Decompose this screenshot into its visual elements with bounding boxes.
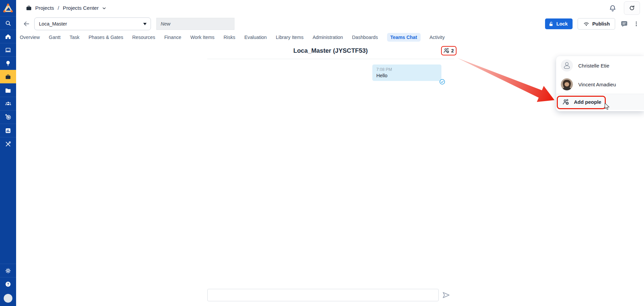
breadcrumb-page[interactable]: Projects Center — [63, 5, 99, 11]
lightbulb-icon — [5, 60, 11, 67]
sciforma-logo[interactable] — [0, 0, 16, 16]
sidebar-item-resources[interactable] — [0, 97, 16, 110]
gear-icon — [5, 267, 11, 274]
annotation-arrow — [450, 54, 564, 105]
tab-evaluation[interactable]: Evaluation — [244, 33, 267, 42]
participants-count: 2 — [451, 48, 454, 53]
sidebar-item-goals[interactable] — [0, 110, 16, 124]
send-plane-icon — [441, 291, 450, 300]
message-status — [439, 79, 445, 86]
project-selector[interactable]: Loca_Master — [34, 17, 151, 30]
delivered-check-icon — [439, 79, 445, 85]
chat-header-divider — [207, 59, 454, 59]
tab-overview[interactable]: Overview — [20, 33, 40, 42]
member-row-christelle[interactable]: Christelle Etie — [556, 56, 644, 75]
add-people-button[interactable]: Add people — [556, 94, 644, 110]
tab-gantt[interactable]: Gantt — [49, 33, 61, 42]
people-icon — [5, 100, 12, 107]
breadcrumb-section[interactable]: Projects — [35, 5, 54, 11]
sidebar: ? — [0, 0, 16, 306]
dropdown-caret-icon — [143, 23, 147, 25]
tab-work-items[interactable]: Work Items — [191, 33, 215, 42]
person-outline-icon — [561, 59, 573, 72]
sidebar-item-help[interactable]: ? — [0, 277, 16, 291]
publish-wifi-icon — [583, 20, 590, 27]
briefcase-icon — [5, 74, 11, 80]
back-arrow-icon — [23, 20, 30, 28]
sidebar-item-projects[interactable] — [0, 70, 16, 83]
project-tabs: Overview Gantt Task Phases & Gates Resou… — [16, 32, 644, 43]
sidebar-item-admin-tools[interactable] — [0, 137, 16, 150]
tab-activity[interactable]: Activity — [430, 33, 445, 42]
add-person-icon — [562, 98, 570, 106]
sidebar-item-settings[interactable] — [0, 264, 16, 277]
comment-icon — [620, 20, 628, 28]
logo-triangle-icon — [3, 3, 13, 13]
sidebar-item-reports[interactable] — [0, 124, 16, 137]
member-avatar-placeholder — [561, 59, 573, 72]
refresh-button[interactable] — [624, 1, 640, 15]
message-input[interactable] — [207, 289, 439, 301]
breadcrumb-separator: / — [57, 5, 60, 11]
tools-icon — [5, 141, 11, 147]
chevron-down-icon[interactable] — [102, 6, 107, 11]
publish-button-label: Publish — [592, 21, 610, 27]
tab-teams-chat[interactable]: Teams Chat — [387, 33, 421, 42]
chat-title: Loca_Master (JYSCTF53) — [207, 47, 454, 54]
tab-library-items[interactable]: Library Items — [276, 33, 304, 42]
sidebar-item-workspace[interactable] — [0, 43, 16, 56]
add-people-label: Add people — [574, 99, 601, 105]
bar-chart-icon — [5, 127, 11, 134]
member-avatar-photo — [561, 78, 573, 90]
briefcase-icon — [25, 5, 32, 11]
project-toolbar: Loca_Master New Lock Publish — [16, 16, 644, 32]
participants-dropdown: Christelle Etie Vincent — [556, 56, 644, 111]
top-header: Projects / Projects Center — [16, 0, 644, 16]
sidebar-item-portfolios[interactable] — [0, 83, 16, 97]
notifications-button[interactable] — [609, 4, 616, 12]
kebab-menu-icon — [633, 20, 639, 27]
open-lock-icon — [548, 21, 554, 27]
member-row-vincent[interactable]: Vincent Amadieu — [556, 75, 644, 94]
teams-chat-panel: Loca_Master (JYSCTF53) 2 7:08 PM Hello — [16, 43, 644, 306]
publish-button[interactable]: Publish — [578, 18, 615, 30]
send-button[interactable] — [441, 291, 451, 301]
folder-icon — [5, 87, 11, 94]
project-selector-value: Loca_Master — [39, 21, 67, 27]
sidebar-item-home[interactable] — [0, 30, 16, 43]
breadcrumb: Projects / Projects Center — [25, 5, 107, 11]
refresh-icon — [629, 5, 635, 11]
message-timestamp: 7:08 PM — [376, 67, 437, 72]
search-icon — [5, 20, 11, 27]
sidebar-item-profile[interactable] — [0, 291, 16, 306]
member-name: Christelle Etie — [578, 63, 609, 69]
tab-finance[interactable]: Finance — [164, 33, 181, 42]
comments-button[interactable] — [620, 20, 628, 28]
tab-administration[interactable]: Administration — [313, 33, 343, 42]
tab-resources[interactable]: Resources — [132, 33, 155, 42]
project-status-field[interactable]: New — [156, 18, 234, 30]
svg-text:?: ? — [7, 282, 9, 286]
target-icon — [5, 114, 12, 121]
laptop-icon — [5, 47, 11, 53]
project-status-value: New — [161, 21, 170, 27]
tab-risks[interactable]: Risks — [224, 33, 235, 42]
back-button[interactable] — [21, 18, 32, 30]
lock-button-label: Lock — [556, 21, 568, 27]
header-actions — [609, 1, 640, 15]
lock-button[interactable]: Lock — [545, 18, 573, 29]
help-icon: ? — [5, 281, 11, 288]
user-avatar — [4, 294, 12, 303]
more-options-button[interactable] — [633, 20, 639, 27]
tab-task[interactable]: Task — [70, 33, 79, 42]
sidebar-item-search[interactable] — [0, 16, 16, 30]
app-window: ? Projects / Projects Center Loc — [0, 0, 644, 306]
tab-phases-gates[interactable]: Phases & Gates — [89, 33, 123, 42]
toolbar-actions: Lock Publish — [545, 18, 639, 30]
sidebar-item-ideas[interactable] — [0, 56, 16, 70]
photo-avatar — [561, 78, 573, 90]
add-person-icon — [443, 47, 450, 54]
message-text: Hello — [376, 73, 437, 78]
participants-button[interactable]: 2 — [441, 46, 457, 55]
tab-dashboards[interactable]: Dashboards — [352, 33, 378, 42]
